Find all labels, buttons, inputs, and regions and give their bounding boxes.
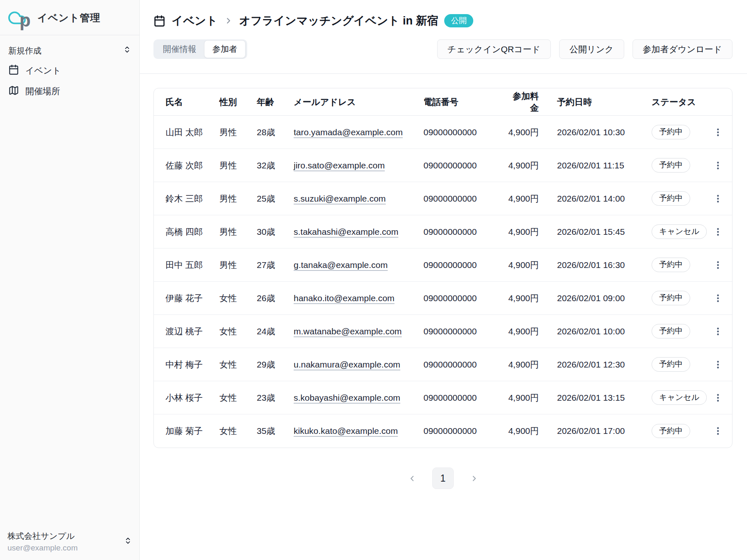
tab-participants[interactable]: 参加者 — [204, 40, 246, 58]
tab-event-info[interactable]: 開催情報 — [155, 41, 204, 58]
sidebar-item-events[interactable]: イベント — [6, 60, 134, 81]
participant-age: 27歳 — [257, 259, 294, 271]
participant-fee: 4,900円 — [506, 326, 557, 337]
participant-email-link[interactable]: m.watanabe@example.com — [294, 326, 402, 336]
participant-phone: 09000000000 — [423, 426, 506, 436]
participant-age: 25歳 — [257, 193, 294, 205]
participant-phone: 09000000000 — [423, 161, 506, 170]
participant-gender: 女性 — [219, 425, 257, 437]
participant-email-link[interactable]: s.suzuki@example.com — [294, 194, 386, 203]
row-menu-button[interactable] — [710, 323, 726, 340]
controls-row: 開催情報 参加者 チェックインQRコード 公開リンク 参加者ダウンロード — [153, 39, 732, 59]
participant-email-link[interactable]: s.takahashi@example.com — [294, 227, 398, 236]
participant-email-link[interactable]: hanako.ito@example.com — [294, 293, 394, 303]
app-layout: p イベント管理 新規作成 イベント — [0, 0, 747, 560]
participant-phone: 09000000000 — [423, 293, 506, 303]
sidebar-item-venues[interactable]: 開催場所 — [6, 81, 134, 102]
row-menu-button[interactable] — [710, 356, 726, 373]
participant-status-badge: 予約中 — [652, 258, 690, 272]
download-participants-button[interactable]: 参加者ダウンロード — [633, 39, 732, 59]
sidebar-item-label: 開催場所 — [25, 85, 60, 97]
account-company: 株式会社サンプル — [7, 531, 78, 542]
main-content: イベント オフラインマッチングイベント in 新宿 公開 開催情報 参加者 チェ… — [140, 0, 747, 560]
row-menu-button[interactable] — [710, 157, 726, 174]
row-menu-button[interactable] — [710, 390, 726, 406]
participant-status-badge: 予約中 — [652, 125, 690, 139]
participant-gender: 男性 — [219, 259, 257, 271]
header-divider — [140, 73, 747, 74]
participant-gender: 男性 — [219, 193, 257, 205]
table-row: 渡辺 桃子 女性 24歳 m.watanabe@example.com 0900… — [154, 315, 732, 348]
participant-email-link[interactable]: s.kobayashi@example.com — [294, 393, 400, 402]
participants-table: 氏名 性別 年齢 メールアドレス 電話番号 参加料金 予約日時 ステータス 山田… — [153, 88, 732, 448]
public-link-button[interactable]: 公開リンク — [559, 39, 624, 59]
participant-fee: 4,900円 — [506, 425, 557, 437]
participant-gender: 女性 — [219, 326, 257, 337]
participant-phone: 09000000000 — [423, 194, 506, 204]
participant-datetime: 2026/02/01 10:00 — [557, 326, 652, 336]
participant-fee: 4,900円 — [506, 259, 557, 271]
participant-age: 30歳 — [257, 226, 294, 238]
participant-gender: 女性 — [219, 359, 257, 370]
sidebar-divider — [0, 35, 139, 35]
participant-datetime: 2026/02/01 14:00 — [557, 194, 652, 204]
participant-email-link[interactable]: kikuko.kato@example.com — [294, 426, 398, 436]
participant-email-link[interactable]: g.tanaka@example.com — [294, 260, 388, 270]
table-row: 中村 梅子 女性 29歳 u.nakamura@example.com 0900… — [154, 348, 732, 381]
chevrons-up-down-icon — [124, 537, 132, 546]
participant-datetime: 2026/02/01 12:30 — [557, 360, 652, 370]
participant-status-badge: 予約中 — [652, 158, 690, 173]
row-menu-button[interactable] — [710, 124, 726, 141]
app-logo: p イベント管理 — [0, 0, 139, 34]
participant-email-link[interactable]: taro.yamada@example.com — [294, 127, 403, 137]
participant-gender: 女性 — [219, 292, 257, 304]
participant-fee: 4,900円 — [506, 359, 557, 370]
map-icon — [8, 85, 19, 98]
page-title: オフラインマッチングイベント in 新宿 — [239, 13, 438, 28]
app-title: イベント管理 — [37, 11, 100, 24]
participant-phone: 09000000000 — [423, 360, 506, 370]
table-row: 加藤 菊子 女性 35歳 kikuko.kato@example.com 090… — [154, 414, 732, 448]
row-menu-button[interactable] — [710, 257, 726, 273]
breadcrumb-events-link[interactable]: イベント — [172, 13, 218, 28]
participant-email-link[interactable]: u.nakamura@example.com — [294, 360, 400, 369]
participant-email-link[interactable]: jiro.sato@example.com — [294, 161, 385, 170]
participant-age: 32歳 — [257, 160, 294, 171]
participant-gender: 女性 — [219, 392, 257, 404]
next-page-button[interactable] — [468, 472, 480, 485]
cloud-logo-icon: p — [7, 8, 31, 27]
status-badge: 公開 — [444, 14, 473, 28]
participant-phone: 09000000000 — [423, 127, 506, 137]
tab-group: 開催情報 参加者 — [153, 39, 247, 59]
participant-name: 佐藤 次郎 — [165, 160, 219, 171]
participant-name: 田中 五郎 — [165, 259, 219, 271]
participant-name: 伊藤 花子 — [165, 292, 219, 304]
participant-age: 24歳 — [257, 326, 294, 337]
account-switcher[interactable]: 株式会社サンプル user@example.com — [7, 531, 132, 553]
new-create-select[interactable]: 新規作成 — [6, 41, 134, 60]
participant-status-badge: キャンセル — [652, 224, 707, 239]
participant-datetime: 2026/02/01 10:30 — [557, 127, 652, 137]
previous-page-button[interactable] — [406, 472, 418, 485]
participant-gender: 男性 — [219, 226, 257, 238]
chevrons-up-down-icon — [123, 46, 131, 56]
participant-datetime: 2026/02/01 13:15 — [557, 393, 652, 403]
participant-fee: 4,900円 — [506, 292, 557, 304]
participant-fee: 4,900円 — [506, 392, 557, 404]
participant-fee: 4,900円 — [506, 193, 557, 205]
row-menu-button[interactable] — [710, 224, 726, 240]
row-menu-button[interactable] — [710, 290, 726, 307]
page-number-button[interactable]: 1 — [432, 467, 454, 489]
column-header-fee: 参加料金 — [506, 90, 557, 114]
checkin-qr-button[interactable]: チェックインQRコード — [437, 39, 551, 59]
column-header-phone: 電話番号 — [423, 96, 506, 108]
calendar-icon — [8, 64, 19, 77]
participant-fee: 4,900円 — [506, 226, 557, 238]
row-menu-button[interactable] — [710, 423, 726, 439]
new-create-label: 新規作成 — [8, 45, 41, 56]
participant-status-badge: 予約中 — [652, 357, 690, 372]
breadcrumb: イベント オフラインマッチングイベント in 新宿 公開 — [153, 12, 732, 29]
column-header-email: メールアドレス — [294, 96, 423, 108]
row-menu-button[interactable] — [710, 190, 726, 207]
logo-letter: p — [19, 11, 31, 29]
